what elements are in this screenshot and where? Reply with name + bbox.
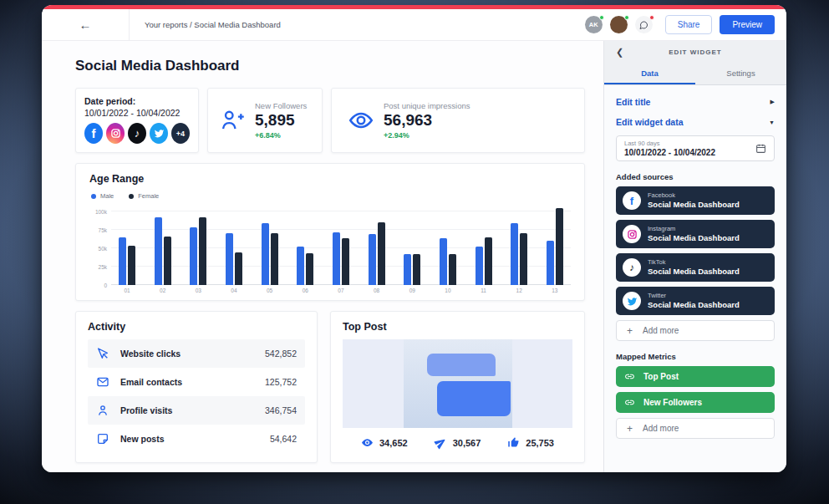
activity-widget[interactable]: Activity Website clicks542,852Email cont… xyxy=(75,311,318,463)
link-icon xyxy=(624,397,635,408)
top-post-image xyxy=(343,339,572,428)
metric-card-new-followers[interactable]: New Followers xyxy=(616,392,775,413)
bar-female-05 xyxy=(271,233,278,285)
chart-legend: MaleFemale xyxy=(91,192,571,200)
preview-button[interactable]: Preview xyxy=(720,15,775,34)
bar-group-07 xyxy=(332,208,350,285)
bar-male-02 xyxy=(155,217,162,285)
back-button[interactable]: ← xyxy=(42,9,130,40)
source-network-name: TikTok xyxy=(648,258,740,266)
post-stat-like: 25,753 xyxy=(507,436,554,449)
online-status-dot xyxy=(599,15,604,20)
activity-label: New posts xyxy=(120,434,270,444)
age-range-x-axis: 01020304050607080910111213 xyxy=(111,285,571,293)
online-status-dot xyxy=(624,15,629,20)
add-metric-button[interactable]: + Add more xyxy=(616,418,775,439)
sidebar-tabs: Data Settings xyxy=(604,63,786,85)
activity-label: Profile visits xyxy=(120,405,265,415)
breadcrumb: Your reports / Social Media Dashboard xyxy=(145,20,281,29)
sidebar-content: Edit title ▶ Edit widget data ▼ Last 90 … xyxy=(604,85,786,472)
add-source-button[interactable]: + Add more xyxy=(616,320,775,341)
source-card-twitter[interactable]: TwitterSocial Media Dashboard xyxy=(616,287,775,315)
bar-female-04 xyxy=(235,252,242,285)
activity-row-3: Profile visits346,754 xyxy=(88,396,305,425)
bar-female-03 xyxy=(199,217,206,285)
edit-title-row[interactable]: Edit title ▶ xyxy=(616,92,775,112)
new-followers-label: New Followers xyxy=(255,101,307,110)
bar-male-11 xyxy=(476,247,483,285)
bar-group-11 xyxy=(475,208,493,285)
post-image-panel xyxy=(404,339,512,428)
bar-group-05 xyxy=(261,208,279,285)
tab-data[interactable]: Data xyxy=(604,63,695,84)
activity-rows: Website clicks542,852Email contacts125,7… xyxy=(88,339,305,453)
edit-widget-sidebar: ❮ EDIT WIDGET Data Settings Edit title ▶… xyxy=(603,41,786,472)
x-label-01: 01 xyxy=(118,288,136,293)
chat-bubble-dark xyxy=(437,381,511,416)
bar-group-12 xyxy=(510,208,528,285)
bar-group-13 xyxy=(546,208,564,285)
source-texts: TikTokSocial Media Dashboard xyxy=(648,258,740,276)
y-tick-0: 0 xyxy=(104,283,107,288)
chat-button[interactable] xyxy=(635,16,653,33)
x-label-02: 02 xyxy=(154,288,172,293)
metric-card-top-post[interactable]: Top Post xyxy=(616,366,775,387)
date-period-widget[interactable]: Date period: 10/01/2022 - 10/04/2022 f♪+… xyxy=(75,88,199,153)
bar-female-07 xyxy=(342,238,349,285)
new-followers-delta: +6.84% xyxy=(255,131,307,140)
avatar-photo[interactable] xyxy=(610,16,628,33)
date-range-field[interactable]: Last 90 days 10/01/2022 - 10/04/2022 xyxy=(616,135,775,161)
source-card-tiktok[interactable]: ♪TikTokSocial Media Dashboard xyxy=(616,253,775,282)
post-stat-value: 25,753 xyxy=(526,438,554,448)
legend-item-female: Female xyxy=(129,192,159,200)
legend-dot xyxy=(91,194,96,199)
social-icons-row: f♪+4 xyxy=(84,123,190,144)
twitter-icon[interactable] xyxy=(150,123,168,144)
source-card-facebook[interactable]: fFacebookSocial Media Dashboard xyxy=(616,186,775,215)
impressions-widget[interactable]: Post unique impressions 56,963 +2.94% xyxy=(331,88,585,153)
source-card-instagram[interactable]: InstagramSocial Media Dashboard xyxy=(616,220,775,248)
activity-row-1: Website clicks542,852 xyxy=(88,339,305,368)
add-source-label: Add more xyxy=(643,326,679,335)
edit-widget-data-row[interactable]: Edit widget data ▼ xyxy=(616,112,775,132)
chevron-left-icon[interactable]: ❮ xyxy=(616,48,623,57)
age-range-widget[interactable]: Age Range MaleFemale 025k50k75k100k 0102… xyxy=(75,163,585,301)
date-range-value: 10/01/2022 - 10/04/2022 xyxy=(624,148,755,157)
instagram-icon[interactable] xyxy=(106,123,125,144)
sidebar-header: ❮ EDIT WIDGET xyxy=(604,41,786,63)
plus-icon: + xyxy=(627,424,633,434)
x-label-08: 08 xyxy=(368,288,386,293)
bar-female-13 xyxy=(556,208,563,285)
share-button[interactable]: Share xyxy=(665,15,713,34)
instagram-icon xyxy=(623,225,641,243)
more-networks-badge[interactable]: +4 xyxy=(171,123,190,144)
sidebar-title: EDIT WIDGET xyxy=(669,48,721,56)
tiktok-icon[interactable]: ♪ xyxy=(128,123,146,144)
stats-row: Date period: 10/01/2022 - 10/04/2022 f♪+… xyxy=(75,88,585,153)
x-label-06: 06 xyxy=(296,288,314,293)
top-bar: ← Your reports / Social Media Dashboard … xyxy=(42,9,786,41)
x-label-07: 07 xyxy=(332,288,350,293)
new-followers-widget[interactable]: New Followers 5,895 +6.84% xyxy=(207,88,323,153)
activity-row-4: New posts54,642 xyxy=(88,425,305,453)
bar-male-05 xyxy=(262,223,269,285)
bars-row xyxy=(111,208,571,285)
mail-icon xyxy=(96,375,109,389)
post-stat-value: 30,567 xyxy=(453,438,481,448)
topbar-actions: AK Share Preview xyxy=(585,15,786,34)
avatar-initials[interactable]: AK xyxy=(585,16,603,33)
impressions-value: 56,963 xyxy=(384,111,470,130)
post-stat-value: 34,652 xyxy=(379,438,408,448)
x-label-12: 12 xyxy=(510,288,528,293)
top-post-widget[interactable]: Top Post 34,65230,56725,753 xyxy=(330,311,585,463)
app-window: ← Your reports / Social Media Dashboard … xyxy=(42,5,786,472)
x-label-09: 09 xyxy=(403,288,421,293)
facebook-icon[interactable]: f xyxy=(84,123,103,144)
twitter-icon xyxy=(623,292,641,310)
added-sources-list: fFacebookSocial Media DashboardInstagram… xyxy=(616,186,775,315)
tab-settings[interactable]: Settings xyxy=(695,63,786,84)
avatar-initials-text: AK xyxy=(589,21,598,28)
date-period-range: 10/01/2022 - 10/04/2022 xyxy=(84,108,190,118)
source-network-name: Twitter xyxy=(648,292,740,299)
age-range-title: Age Range xyxy=(89,173,571,185)
